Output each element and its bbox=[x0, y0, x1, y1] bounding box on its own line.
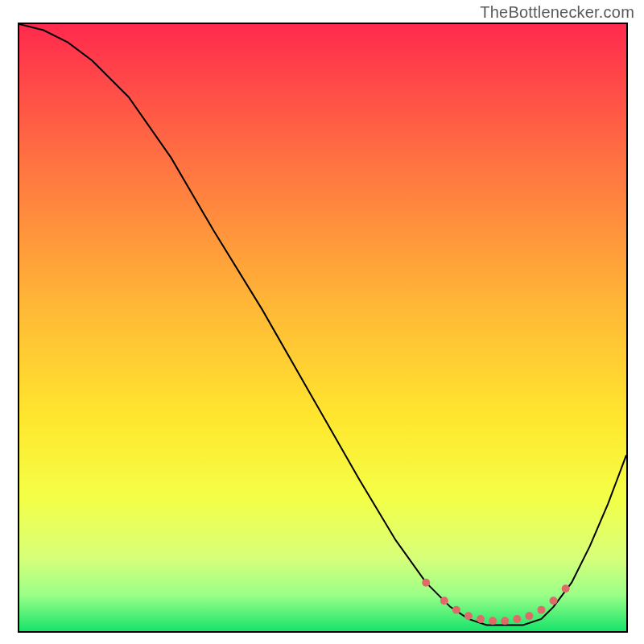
chart-svg bbox=[19, 24, 626, 631]
watermark-text: TheBottlenecker.com bbox=[480, 3, 634, 22]
highlight-dot bbox=[562, 584, 570, 592]
highlight-dot bbox=[464, 612, 473, 620]
highlight-dot bbox=[477, 615, 485, 623]
chart-container bbox=[18, 23, 628, 633]
highlight-dot bbox=[513, 615, 521, 623]
chart-background bbox=[19, 24, 626, 631]
highlight-dot bbox=[537, 606, 545, 614]
highlight-dot bbox=[452, 606, 460, 614]
highlight-dot bbox=[550, 597, 558, 605]
highlight-dot bbox=[525, 612, 533, 620]
highlight-dot bbox=[489, 617, 497, 625]
highlight-dot bbox=[440, 597, 448, 605]
highlight-dot bbox=[501, 617, 509, 625]
highlight-dot bbox=[422, 579, 430, 587]
